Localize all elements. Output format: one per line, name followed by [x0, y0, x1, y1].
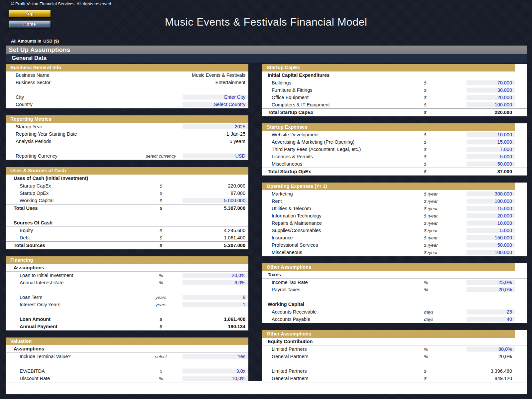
input-cell[interactable]: 15.000: [466, 139, 515, 145]
data-row: Working Capital$5.000.000: [6, 197, 248, 204]
row-label: Miscellaneous: [262, 250, 420, 255]
input-cell[interactable]: 5.000.000: [183, 198, 248, 203]
spacer-row: [6, 86, 248, 93]
input-cell[interactable]: 5.000: [466, 154, 515, 159]
row-label: General Partners: [262, 354, 420, 359]
input-cell[interactable]: Enter City: [183, 94, 248, 100]
input-cell[interactable]: 20.000: [466, 95, 515, 100]
row-unit: $: [139, 235, 183, 240]
input-cell[interactable]: 3,0x: [183, 368, 248, 374]
input-cell[interactable]: 5.000: [466, 228, 515, 233]
row-label: Taxes: [262, 272, 527, 277]
section-panel: Other AssumptionsTaxesIncome Tax Rate%25…: [262, 263, 527, 323]
row-label: Supplies/Consumables: [262, 228, 420, 233]
row-unit: $: [420, 162, 466, 167]
row-unit: select currency: [139, 154, 183, 159]
input-cell[interactable]: 80,0%: [466, 346, 515, 352]
row-label: Equity: [6, 228, 139, 233]
input-cell[interactable]: 15.000: [466, 206, 515, 211]
data-row: Income Tax Rate%25,0%: [262, 279, 527, 286]
data-row: Advertising & Marketing (Pre-Opening)$15…: [262, 138, 527, 146]
data-row: Reporting Year Starting Date1-Jan-25: [6, 130, 248, 138]
input-cell[interactable]: 25,0%: [466, 280, 515, 285]
data-row: General Partners%20,0%: [262, 353, 527, 360]
row-unit: $ /year: [420, 235, 466, 240]
input-cell[interactable]: 10.000: [466, 220, 515, 226]
section-panel: Operating Expenses (Yr 1)Marketing$ /yea…: [262, 183, 527, 256]
input-cell[interactable]: 300.000: [466, 191, 515, 197]
row-unit: %: [139, 280, 183, 285]
row-unit: $: [420, 110, 466, 115]
value-cell: 220.000: [466, 110, 515, 115]
input-cell[interactable]: 100.000: [466, 102, 515, 107]
section-panel: Uses & Sources of CashUses of Cash (Init…: [6, 167, 248, 249]
data-row: Interest Only Yearsyears1: [6, 301, 248, 308]
input-cell[interactable]: 70.000: [466, 80, 515, 85]
input-cell[interactable]: 20.000: [466, 213, 515, 218]
data-row: Annual Interest Rate%6,0%: [6, 279, 248, 286]
row-unit: days: [420, 317, 466, 322]
input-cell[interactable]: 25: [466, 309, 515, 315]
section-header: Startup CapEx: [262, 64, 515, 71]
input-cell[interactable]: 20,0%: [466, 287, 515, 292]
row-label: Equity Contribution: [262, 339, 527, 344]
input-cell[interactable]: Yes: [183, 354, 248, 359]
input-cell[interactable]: 150.000: [466, 235, 515, 240]
section-header: Other Assumptions: [262, 263, 515, 271]
subheader-row: Uses of Cash (Initial Investment): [6, 175, 248, 182]
data-row: Loan Termyears8: [6, 294, 248, 301]
row-label: Marketing: [262, 191, 420, 197]
input-cell[interactable]: 20,0%: [183, 273, 248, 278]
row-unit: %: [420, 280, 466, 285]
row-unit: $: [139, 228, 183, 233]
spacer-row: [262, 293, 527, 301]
subheader-row: Taxes: [262, 271, 527, 279]
row-unit: $: [420, 154, 466, 159]
row-unit: $: [420, 80, 466, 85]
row-unit: $: [420, 169, 466, 174]
value-cell: Entertainment: [183, 80, 248, 85]
data-row: Business NameMusic Events & Festivals: [6, 71, 248, 79]
section-header: Operating Expenses (Yr 1): [262, 183, 515, 190]
spacer-row: [6, 212, 248, 219]
data-row: Loan Amount$1.061.400: [6, 316, 248, 323]
row-label: Information Technology: [262, 213, 420, 218]
value-cell: 87.000: [183, 191, 248, 196]
input-cell[interactable]: 10,0%: [183, 376, 248, 381]
input-cell[interactable]: 7.000: [466, 147, 515, 152]
section-header: Financing: [6, 256, 248, 264]
section-header: Startup Expenses: [262, 123, 515, 131]
input-cell[interactable]: 50.000: [466, 242, 515, 248]
input-cell[interactable]: 10.000: [466, 132, 515, 137]
row-label: Total Sources: [6, 243, 139, 248]
row-unit: $: [139, 324, 183, 329]
subheader-row: Assumptions: [6, 345, 248, 353]
input-cell[interactable]: 6,0%: [183, 280, 248, 285]
input-cell[interactable]: Select Country: [183, 102, 248, 107]
data-row: Repairs & Maintenance$ /year10.000: [262, 219, 527, 227]
value-cell: 849.120: [466, 376, 515, 381]
data-row: Miscellaneous$ /year100.000: [262, 249, 527, 256]
data-row: Utilities & Telecom$ /year15.000: [262, 205, 527, 212]
input-cell[interactable]: 1: [183, 302, 248, 307]
input-cell[interactable]: 50.000: [466, 161, 515, 167]
input-cell[interactable]: USD: [183, 153, 248, 159]
data-row: Website Development$10.000: [262, 131, 527, 138]
section-panel: ValuationAssumptionsInclude Terminal Val…: [6, 337, 248, 382]
input-cell[interactable]: 100.000: [466, 199, 515, 204]
row-label: EV/EBITDA: [6, 368, 139, 374]
row-label: City: [6, 94, 139, 100]
input-cell[interactable]: 8: [183, 295, 248, 300]
data-row: Licences & Permits$5.000: [262, 153, 527, 160]
data-row: Marketing$ /year300.000: [262, 190, 527, 198]
data-row: Information Technology$ /year20.000: [262, 212, 527, 219]
row-label: Rent: [262, 199, 420, 204]
input-cell[interactable]: 40: [466, 317, 515, 322]
input-cell[interactable]: 2025: [183, 124, 248, 129]
row-unit: years: [139, 302, 183, 307]
row-label: Advertising & Marketing (Pre-Opening): [262, 139, 420, 145]
input-cell[interactable]: 100.000: [466, 250, 515, 255]
data-row: Startup CapEx$220.000: [6, 182, 248, 190]
row-label: Buildings: [262, 80, 420, 85]
input-cell[interactable]: 30.000: [466, 87, 515, 93]
